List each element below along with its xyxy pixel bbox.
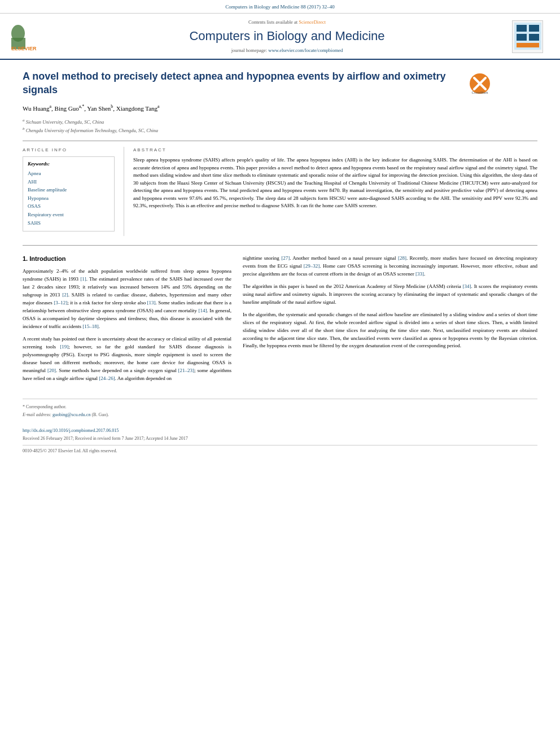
keywords-label: Keywords: <box>28 160 110 168</box>
article-title: A novel method to precisely detect apnea… <box>23 70 463 97</box>
footer-section: * Corresponding author. E-mail address: … <box>23 399 537 455</box>
keyword-respiratory[interactable]: Respiratory event <box>28 211 110 219</box>
intro-para-2: A recent study has pointed out there is … <box>23 335 231 383</box>
received-line: Received 26 February 2017; Received in r… <box>23 435 537 442</box>
journal-thumbnail <box>512 20 543 53</box>
journal-title: Computers in Biology and Medicine <box>62 28 512 45</box>
article-info: ARTICLE INFO Keywords: Apnea AHI Baselin… <box>23 147 124 236</box>
journal-header: ELSEVIER Contents lists available at Sci… <box>0 14 560 60</box>
author-wu-huang: Wu Huang <box>23 105 50 112</box>
info-abstract-section: ARTICLE INFO Keywords: Apnea AHI Baselin… <box>23 147 537 236</box>
homepage-url[interactable]: www.elsevier.com/locate/compbiomed <box>268 47 343 53</box>
affiliation-b: b Chengdu University of Information Tech… <box>23 126 537 134</box>
journal-reference: Computers in Biology and Medicine 88 (20… <box>225 4 335 10</box>
keyword-apnea[interactable]: Apnea <box>28 170 110 177</box>
keyword-sahs[interactable]: SAHS <box>28 220 110 227</box>
email-link[interactable]: guobing@scu.edu.cn <box>53 412 90 417</box>
right-para-3: In the algorithm, the systematic and spo… <box>243 311 537 351</box>
svg-rect-7 <box>529 34 539 41</box>
svg-rect-5 <box>529 25 539 32</box>
keywords-box: Keywords: Apnea AHI Baseline amplitude H… <box>23 156 115 231</box>
top-bar: Computers in Biology and Medicine 88 (20… <box>0 0 560 14</box>
contents-line: Contents lists available at ScienceDirec… <box>62 19 512 26</box>
corresponding-note: * Corresponding author. <box>23 404 537 410</box>
title-crossmark-container: A novel method to precisely detect apnea… <box>23 70 537 103</box>
keyword-osas[interactable]: OSAS <box>28 203 110 210</box>
main-content: 1. Introduction Approximately 2–4% of th… <box>23 255 537 387</box>
keyword-baseline[interactable]: Baseline amplitude <box>28 186 110 194</box>
crossmark-logo: CrossMark <box>469 72 491 95</box>
right-para-1: nighttime snoring [27]. Another method b… <box>243 255 537 278</box>
svg-text:ELSEVIER: ELSEVIER <box>11 46 37 51</box>
right-para-2: The algorithm in this paper is based on … <box>243 283 537 307</box>
science-direct-link[interactable]: ScienceDirect <box>299 19 326 25</box>
keyword-hypopnea[interactable]: Hypopnea <box>28 195 110 202</box>
abstract-title: ABSTRACT <box>133 147 537 153</box>
abstract-section: ABSTRACT Sleep apnea hypopnea syndrome (… <box>124 147 537 236</box>
svg-rect-6 <box>517 34 527 41</box>
divider-2 <box>23 245 537 246</box>
author-yan-shen: Yan Shen <box>87 105 111 112</box>
doi-link[interactable]: http://dx.doi.org/10.1016/j.compbiomed.2… <box>23 428 119 433</box>
affiliation-a: a Sichuan University, Chengdu, SC, China <box>23 117 537 126</box>
author-xiangdong-tang: Xiangdong Tang <box>116 105 158 112</box>
journal-homepage: journal homepage: www.elsevier.com/locat… <box>62 47 512 54</box>
intro-para-1: Approximately 2–4% of the adult populati… <box>23 268 231 331</box>
author-bing-guo: Bing Guo <box>55 105 79 112</box>
svg-rect-4 <box>517 25 527 32</box>
divider-1 <box>23 141 537 141</box>
intro-heading: 1. Introduction <box>23 255 231 263</box>
svg-rect-8 <box>517 43 539 47</box>
doi-line: http://dx.doi.org/10.1016/j.compbiomed.2… <box>23 427 537 434</box>
abstract-text: Sleep apnea hypopnea syndrome (SAHS) aff… <box>133 156 537 210</box>
left-column: 1. Introduction Approximately 2–4% of th… <box>23 255 231 387</box>
copyright-line: 0010-4825/© 2017 Elsevier Ltd. All right… <box>23 445 537 454</box>
affiliations: a Sichuan University, Chengdu, SC, China… <box>23 117 537 134</box>
article-body: A novel method to precisely detect apnea… <box>0 60 560 465</box>
article-info-title: ARTICLE INFO <box>23 147 115 153</box>
email-note: E-mail address: guobing@scu.edu.cn (B. G… <box>23 412 537 418</box>
right-column: nighttime snoring [27]. Another method b… <box>243 255 537 387</box>
keyword-ahi[interactable]: AHI <box>28 178 110 186</box>
svg-point-1 <box>11 25 25 42</box>
authors-line: Wu Huanga, Bing Guoa,*, Yan Shenb, Xiang… <box>23 103 537 113</box>
journal-center: Contents lists available at ScienceDirec… <box>62 19 512 55</box>
page: Computers in Biology and Medicine 88 (20… <box>0 0 560 747</box>
elsevier-logo: ELSEVIER <box>11 21 62 52</box>
svg-text:CrossMark: CrossMark <box>471 91 488 94</box>
